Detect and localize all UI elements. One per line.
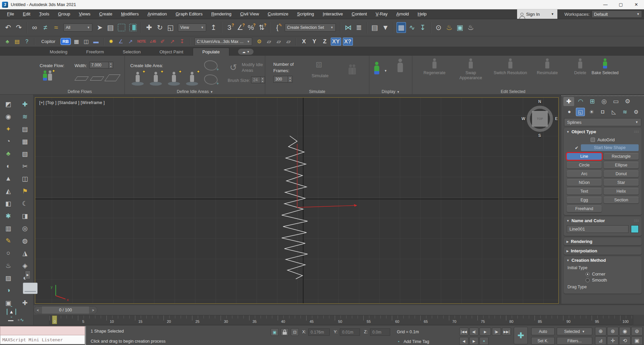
folder-icon-1[interactable]: ▱ [265, 38, 273, 46]
create-panel-tab[interactable]: ✚ [563, 97, 574, 106]
selection-lock-toggle[interactable] [281, 328, 289, 336]
door-tool-icon[interactable]: ◫ [82, 38, 90, 46]
set-key-button[interactable]: Set K. [531, 337, 555, 345]
spinner-arrows-icon[interactable]: ▲▼ [261, 77, 265, 83]
sidebar-tool-icon-3[interactable]: ◉ [3, 112, 14, 121]
render-setup-icon[interactable]: ♨ [445, 22, 454, 33]
cameras-category-icon[interactable]: ◘ [598, 108, 607, 116]
motion-panel-tab[interactable]: ◎ [599, 97, 609, 106]
absolute-mode-toggle[interactable]: ⊡ [291, 328, 299, 336]
help-tool-icon[interactable]: ? [23, 38, 31, 46]
copitor-button[interactable]: Copitor [38, 39, 59, 44]
sidebar-tool-icon-25[interactable]: ○ [3, 248, 14, 258]
previous-frame-arrow[interactable]: < [34, 306, 42, 314]
snaps-toggle-icon[interactable]: 3? [225, 22, 234, 33]
next-frame-arrow[interactable]: > [89, 306, 97, 314]
menu-item-modifiers[interactable]: Modifiers [117, 9, 143, 19]
mini-curve-editor-button[interactable]: ≡∿ [17, 316, 25, 324]
time-slider[interactable]: < 0 / 100 > [34, 306, 97, 314]
sidebar-tool-icon-28[interactable]: ◈ [19, 261, 31, 270]
view-cube-west[interactable]: W [521, 116, 525, 121]
flow-stairs-icon[interactable] [104, 75, 121, 81]
percent-snap-icon[interactable]: %? [246, 22, 256, 33]
space-warps-category-icon[interactable]: ≋ [620, 108, 630, 116]
sidebar-tool-icon-27[interactable]: ♨ [3, 261, 14, 270]
edit-button-bake-selected[interactable]: Bake Selected [588, 58, 622, 76]
arrow-red-macro-icon[interactable]: ↗ [168, 38, 176, 46]
object-type-button-ngon[interactable]: NGon [567, 179, 602, 186]
y-coordinate-field[interactable]: 0.01m [340, 329, 360, 336]
panel-footer-display[interactable]: Display▼ [369, 89, 412, 94]
object-type-button-line[interactable]: Line [567, 153, 602, 160]
modify-panel-tab[interactable]: ◠ [575, 97, 586, 106]
checkmark-icon[interactable]: ✔ [575, 145, 579, 150]
snaps-axis-constraint-button[interactable]: X? [343, 38, 353, 46]
redo-icon[interactable]: ↷ [14, 22, 24, 33]
select-by-name-icon[interactable]: ▤ [106, 22, 115, 33]
menu-item-file[interactable]: File [3, 9, 18, 19]
geometry-category-icon[interactable]: ● [565, 108, 574, 116]
sidebar-tool-icon-11[interactable]: ◐ [3, 161, 14, 171]
sidebar-tool-icon-14[interactable]: ◫ [19, 174, 31, 183]
frames-value[interactable]: 300 [273, 76, 288, 83]
hierarchy-panel-tab[interactable]: ⊞ [587, 97, 598, 106]
create-flow-button[interactable]: ✦ [42, 70, 53, 82]
settings-folder-icon[interactable]: ⚙ [255, 38, 263, 46]
sidebar-tool-icon-18[interactable]: ☾ [19, 199, 31, 208]
pencil-macro-icon[interactable]: ✐ [158, 38, 167, 46]
previous-key-button[interactable]: ◀ [459, 337, 468, 345]
create-idle-area-button[interactable]: ✦ [131, 70, 146, 86]
lights-category-icon[interactable]: ☀ [587, 108, 596, 116]
flow-ramp-icon[interactable] [75, 77, 89, 81]
panel-footer-simulate[interactable]: Simulate [265, 89, 369, 94]
sidebar-tool-icon-1[interactable]: ◩ [3, 99, 14, 109]
width-value[interactable]: 7.000 [89, 62, 109, 68]
zoom-extents-all-icon[interactable]: ⊚ [631, 327, 643, 336]
angle-snap-icon[interactable]: ∠? [235, 22, 245, 33]
menu-item-interactive[interactable]: Interactive [318, 9, 347, 19]
object-type-header[interactable]: ▼ Object Type ∷∷ [564, 128, 642, 136]
maxscript-listener-pane[interactable]: MAXScript Mini Listener [0, 335, 85, 344]
reference-coordinate-dropdown[interactable]: View▼ [178, 23, 206, 32]
auto-key-button[interactable]: Auto [531, 328, 555, 335]
orbit-icon[interactable]: ⟲ [619, 336, 631, 345]
minimize-button[interactable]: — [598, 0, 613, 9]
ribbon-toggle-icon[interactable]: ▦ [397, 22, 406, 33]
menu-item-civil-view[interactable]: Civil View [236, 9, 263, 19]
pan-icon[interactable]: ✛ [607, 336, 618, 345]
modify-idle-areas-icon[interactable]: ↺ [230, 62, 237, 73]
add-time-tag[interactable]: Add Time Tag [404, 339, 429, 344]
sidebar-tool-icon-8[interactable]: ▦ [19, 137, 31, 146]
edit-button-regenerate[interactable]: Regenerate [418, 58, 451, 76]
ribbon-tab-freeform[interactable]: Freeform [77, 48, 113, 56]
flow-ramp-add-icon[interactable] [90, 77, 104, 81]
zoom-extents-icon[interactable]: ◉ [619, 327, 631, 336]
restrict-x-button[interactable]: X [300, 38, 308, 46]
sidebar-tool-icon-24[interactable]: ◍ [19, 236, 31, 245]
note-macro-icon[interactable]: NOTE [136, 40, 147, 43]
next-frame-button[interactable]: |▶ [492, 328, 501, 336]
sidebar-tool-icon-29[interactable]: ▨ [3, 273, 14, 283]
sidebar-tool-icon-15[interactable]: ◭ [3, 186, 14, 196]
spinner-arrows-icon[interactable]: ▲▼ [109, 62, 113, 68]
menu-item-help[interactable]: Help [413, 9, 431, 19]
spinner-snap-icon[interactable]: ⇅? [257, 22, 266, 33]
sidebar-tool-icon-10[interactable]: ▧ [19, 149, 31, 158]
helpers-category-icon[interactable]: ◺ [609, 108, 618, 116]
folder-icon-3[interactable]: ▱ [284, 38, 292, 46]
panel-footer-define-idle-areas[interactable]: Define Idle Areas▼ [125, 89, 265, 94]
minimized-window-widget[interactable] [23, 283, 38, 294]
rollout-grip-icon[interactable]: ∷∷ [634, 219, 639, 223]
viewport-top[interactable]: [+] [Top ] [Standard ] [Wireframe ] y x … [35, 97, 559, 304]
autogrid-checkbox[interactable] [591, 138, 595, 142]
notes-tool-icon[interactable]: ▤ [13, 38, 21, 46]
edit-button-switch-resolution[interactable]: Switch Resolution [494, 58, 527, 76]
selection-filter-dropdown[interactable]: All▼ [63, 23, 92, 32]
object-name-input[interactable]: Line001 [567, 225, 629, 233]
frames-spinner[interactable]: 300 ▲▼ [273, 76, 292, 83]
sign-in-button[interactable]: Sign In ▼ [517, 9, 557, 19]
edit-button-swap-appearance[interactable]: Swap Appearance [454, 58, 488, 81]
menu-item-animation[interactable]: Animation [143, 9, 171, 19]
sidebar-tool-icon-9[interactable]: ♣ [3, 149, 14, 158]
view-cube-south[interactable]: S [538, 133, 541, 138]
